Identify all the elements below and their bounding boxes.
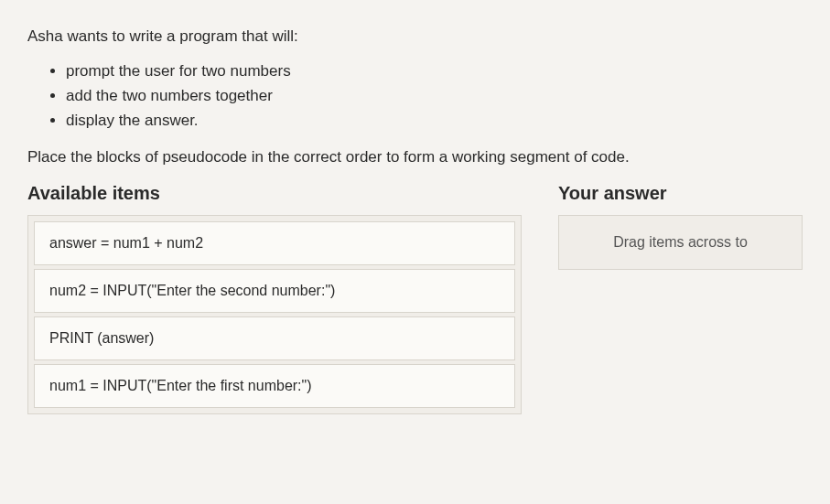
pseudocode-block[interactable]: num1 = INPUT("Enter the first number:") xyxy=(34,364,515,408)
requirement-item: prompt the user for two numbers xyxy=(66,59,803,83)
answer-drop-zone[interactable]: Drag items across to xyxy=(558,215,803,270)
intro-text: Asha wants to write a program that will: xyxy=(27,27,803,46)
requirement-item: display the answer. xyxy=(66,108,803,133)
requirements-list: prompt the user for two numbers add the … xyxy=(27,59,803,134)
available-items-heading: Available items xyxy=(27,183,522,204)
requirement-item: add the two numbers together xyxy=(66,83,803,108)
pseudocode-block[interactable]: num2 = INPUT("Enter the second number:") xyxy=(34,269,515,313)
available-items-container: answer = num1 + num2 num2 = INPUT("Enter… xyxy=(27,215,522,414)
pseudocode-block[interactable]: PRINT (answer) xyxy=(34,316,515,360)
pseudocode-block[interactable]: answer = num1 + num2 xyxy=(34,221,515,265)
your-answer-heading: Your answer xyxy=(558,183,803,204)
instruction-text: Place the blocks of pseudocode in the co… xyxy=(27,148,803,166)
